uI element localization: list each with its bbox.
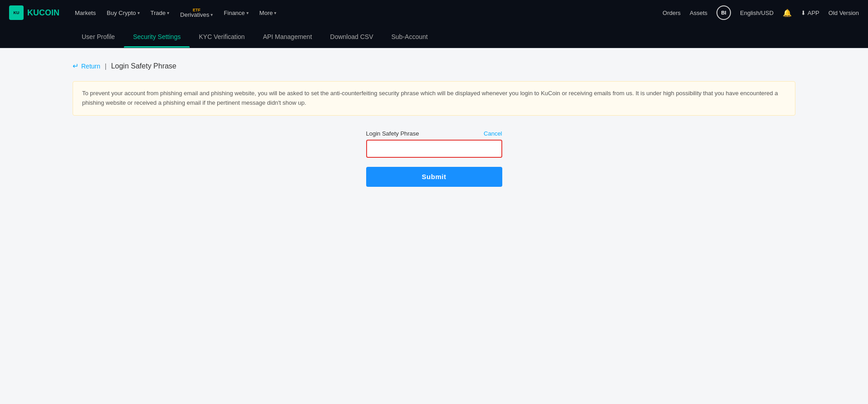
nav-left: KU KUCOIN Markets Buy Crypto ▾ Trade ▾ E… bbox=[9, 5, 281, 21]
return-icon: ↵ bbox=[73, 62, 78, 70]
field-label: Login Safety Phrase bbox=[366, 130, 419, 137]
submit-button[interactable]: Submit bbox=[366, 167, 502, 187]
tab-sub-account[interactable]: Sub-Account bbox=[382, 25, 436, 48]
logo-text: KUCOIN bbox=[27, 8, 59, 18]
app-download-link[interactable]: ⬇ APP bbox=[801, 10, 819, 16]
nav-buy-crypto[interactable]: Buy Crypto ▾ bbox=[102, 7, 144, 19]
chevron-down-icon: ▾ bbox=[167, 10, 169, 15]
logo[interactable]: KU KUCOIN bbox=[9, 5, 59, 20]
etf-badge: ETF bbox=[193, 8, 201, 12]
form-field-header: Login Safety Phrase Cancel bbox=[366, 130, 502, 137]
info-text: To prevent your account from phishing em… bbox=[82, 90, 778, 106]
chevron-down-icon: ▾ bbox=[274, 10, 276, 15]
breadcrumb-separator: | bbox=[105, 63, 107, 70]
page-title: Login Safety Phrase bbox=[111, 62, 177, 70]
return-link[interactable]: ↵ Return bbox=[73, 62, 100, 70]
form-field-wrapper: Login Safety Phrase Cancel bbox=[366, 130, 502, 158]
nav-markets[interactable]: Markets bbox=[70, 7, 100, 19]
breadcrumb: ↵ Return | Login Safety Phrase bbox=[73, 62, 795, 70]
top-navigation: KU KUCOIN Markets Buy Crypto ▾ Trade ▾ E… bbox=[0, 0, 868, 25]
download-icon: ⬇ bbox=[801, 10, 806, 16]
chevron-down-icon: ▾ bbox=[211, 12, 213, 17]
avatar-button[interactable]: BI bbox=[716, 5, 731, 20]
nav-right: Orders Assets BI English/USD 🔔 ⬇ APP Old… bbox=[662, 5, 859, 20]
language-selector[interactable]: English/USD bbox=[740, 10, 774, 16]
nav-trade[interactable]: Trade ▾ bbox=[146, 7, 174, 19]
orders-link[interactable]: Orders bbox=[662, 10, 681, 16]
form-area: Login Safety Phrase Cancel Submit bbox=[73, 130, 795, 187]
nav-more[interactable]: More ▾ bbox=[255, 7, 281, 19]
sub-navigation: User Profile Security Settings KYC Verif… bbox=[0, 25, 868, 48]
cancel-link[interactable]: Cancel bbox=[484, 130, 502, 137]
info-box: To prevent your account from phishing em… bbox=[73, 81, 795, 116]
assets-link[interactable]: Assets bbox=[690, 10, 707, 16]
nav-finance[interactable]: Finance ▾ bbox=[219, 7, 253, 19]
safety-phrase-input[interactable] bbox=[366, 140, 502, 158]
tab-download-csv[interactable]: Download CSV bbox=[321, 25, 383, 48]
main-content: ↵ Return | Login Safety Phrase To preven… bbox=[0, 48, 868, 404]
bell-icon[interactable]: 🔔 bbox=[783, 9, 792, 17]
tab-user-profile[interactable]: User Profile bbox=[73, 25, 124, 48]
svg-text:KU: KU bbox=[14, 10, 20, 15]
chevron-down-icon: ▾ bbox=[137, 10, 140, 15]
old-version-link[interactable]: Old Version bbox=[829, 10, 859, 16]
chevron-down-icon: ▾ bbox=[246, 10, 249, 15]
nav-derivatives[interactable]: ETF Derivatives ▾ bbox=[176, 9, 217, 21]
tab-kyc-verification[interactable]: KYC Verification bbox=[190, 25, 254, 48]
logo-icon: KU bbox=[9, 5, 24, 20]
tab-api-management[interactable]: API Management bbox=[254, 25, 321, 48]
tab-security-settings[interactable]: Security Settings bbox=[124, 25, 190, 48]
nav-links: Markets Buy Crypto ▾ Trade ▾ ETF Derivat… bbox=[70, 5, 281, 21]
